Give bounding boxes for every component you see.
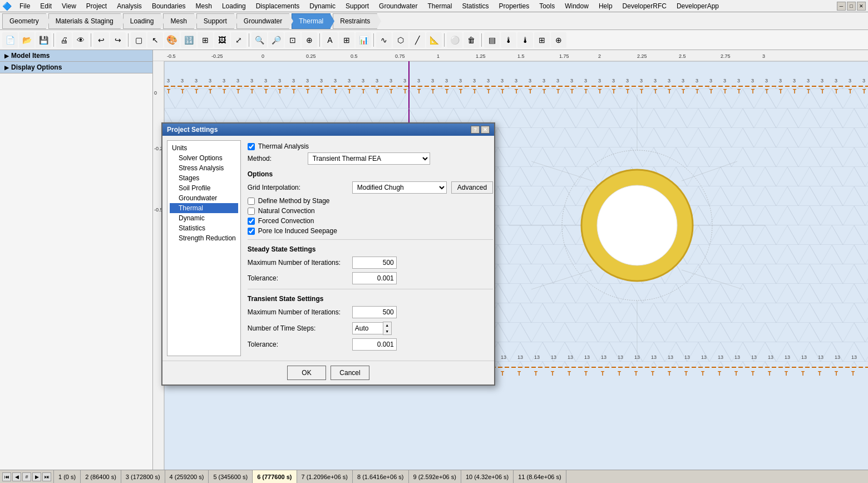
- calculator-button[interactable]: 🔢: [181, 32, 196, 48]
- zoom-fit-button[interactable]: ⊡: [285, 32, 300, 48]
- stage-tab-10[interactable]: 10 (4.32e+06 s): [461, 470, 514, 483]
- breadcrumb-thermal[interactable]: Thermal: [292, 13, 331, 29]
- breadcrumb-materials[interactable]: Materials & Staging: [48, 13, 121, 29]
- breadcrumb-support[interactable]: Support: [196, 13, 234, 29]
- picture-button[interactable]: 🖼: [214, 32, 230, 48]
- line-button[interactable]: ╱: [410, 32, 425, 48]
- table-button[interactable]: ⊞: [339, 32, 354, 48]
- advanced-button[interactable]: Advanced: [451, 181, 493, 194]
- breadcrumb-restraints[interactable]: Restraints: [333, 13, 377, 29]
- nav-groundwater[interactable]: Groundwater: [170, 193, 238, 203]
- view-button[interactable]: 👁: [73, 32, 88, 48]
- polygon-button[interactable]: ⬡: [393, 32, 408, 48]
- save-button[interactable]: 💾: [36, 32, 51, 48]
- menu-edit[interactable]: Edit: [36, 1, 56, 11]
- fullscreen-button[interactable]: ⤢: [231, 32, 246, 48]
- chart-button[interactable]: 📊: [356, 32, 371, 48]
- spinner-down[interactable]: ▼: [383, 328, 391, 334]
- menu-mesh[interactable]: Mesh: [191, 1, 216, 11]
- method-select[interactable]: Transient Thermal FEA Steady State Therm…: [308, 152, 430, 165]
- stage-tab-3[interactable]: 3 (172800 s): [121, 470, 165, 483]
- nav-next[interactable]: ▶: [32, 472, 41, 481]
- nav-last[interactable]: ⏭: [42, 472, 51, 481]
- menu-developerapp[interactable]: DeveloperApp: [672, 1, 723, 11]
- menu-loading[interactable]: Loading: [218, 1, 250, 11]
- menu-project[interactable]: Project: [82, 1, 111, 11]
- menu-dynamic[interactable]: Dynamic: [305, 1, 340, 11]
- stage-tab-9[interactable]: 9 (2.592e+06 s): [409, 470, 461, 483]
- menu-statistics[interactable]: Statistics: [457, 1, 493, 11]
- grid-interpolation-select[interactable]: Modified Chugh Linear: [352, 181, 447, 194]
- open-button[interactable]: 📂: [19, 32, 34, 48]
- menu-help[interactable]: Help: [594, 1, 617, 11]
- stage-tab-6[interactable]: 6 (777600 s): [253, 470, 297, 483]
- nav-solver-options[interactable]: Solver Options: [170, 153, 238, 163]
- breadcrumb-groundwater[interactable]: Groundwater: [236, 13, 289, 29]
- display-options-expand[interactable]: ▶: [4, 65, 9, 71]
- breadcrumb-geometry[interactable]: Geometry: [2, 13, 46, 29]
- text-button[interactable]: A: [322, 32, 338, 48]
- breadcrumb-mesh[interactable]: Mesh: [163, 13, 194, 29]
- ts-tolerance-input[interactable]: [352, 338, 397, 351]
- thermal-analysis-checkbox[interactable]: [248, 143, 255, 150]
- menu-groundwater[interactable]: Groundwater: [374, 1, 422, 11]
- grid-button[interactable]: ⊞: [534, 32, 550, 48]
- maximize-button[interactable]: □: [847, 2, 856, 11]
- stage-tab-8[interactable]: 8 (1.6416e+06 s): [353, 470, 408, 483]
- nav-hash[interactable]: #: [22, 472, 31, 481]
- select-button[interactable]: ▢: [131, 32, 146, 48]
- calc2-button[interactable]: ⊞: [198, 32, 213, 48]
- zoomin-button[interactable]: 🔍: [251, 32, 267, 48]
- nav-statistics[interactable]: Statistics: [170, 223, 238, 233]
- temperature-button[interactable]: 🌡: [517, 32, 533, 48]
- zoomout-button[interactable]: 🔎: [268, 32, 284, 48]
- stage-tab-1[interactable]: 1 (0 s): [54, 470, 81, 483]
- nav-prev[interactable]: ◀: [12, 472, 21, 481]
- zoom-select-button[interactable]: ⊕: [302, 32, 317, 48]
- nav-soil-profile[interactable]: Soil Profile: [170, 183, 238, 193]
- ts-time-steps-input[interactable]: [352, 322, 383, 334]
- stage-tab-7[interactable]: 7 (1.2096e+06 s): [297, 470, 353, 483]
- close-button[interactable]: ✕: [857, 2, 866, 11]
- spinner-up[interactable]: ▲: [383, 322, 391, 328]
- nav-first[interactable]: ⏮: [2, 472, 11, 481]
- nav-strength-reduction[interactable]: Strength Reduction: [170, 233, 238, 243]
- breadcrumb-loading[interactable]: Loading: [123, 13, 161, 29]
- nav-dynamic[interactable]: Dynamic: [170, 213, 238, 223]
- more-button[interactable]: ⊕: [551, 32, 566, 48]
- ss-max-iter-input[interactable]: [352, 257, 397, 269]
- menu-analysis[interactable]: Analysis: [112, 1, 146, 11]
- stage-tab-4[interactable]: 4 (259200 s): [165, 470, 209, 483]
- stage-tab-11[interactable]: 11 (8.64e+06 s): [514, 470, 566, 483]
- nav-units[interactable]: Units: [170, 143, 238, 153]
- cancel-button[interactable]: Cancel: [331, 366, 369, 380]
- stage-tab-5[interactable]: 5 (345600 s): [209, 470, 253, 483]
- nav-thermal[interactable]: Thermal: [170, 203, 238, 213]
- measure-button[interactable]: 📐: [426, 32, 442, 48]
- color-button[interactable]: 🎨: [164, 32, 180, 48]
- redo-button[interactable]: ↪: [110, 32, 126, 48]
- polyline-button[interactable]: ∿: [376, 32, 392, 48]
- cursor-button[interactable]: ↖: [147, 32, 163, 48]
- menu-properties[interactable]: Properties: [494, 1, 534, 11]
- undo-button[interactable]: ↩: [93, 32, 109, 48]
- layers-button[interactable]: ▤: [484, 32, 500, 48]
- menu-boundaries[interactable]: Boundaries: [147, 1, 190, 11]
- menu-view[interactable]: View: [57, 1, 81, 11]
- menu-support[interactable]: Support: [341, 1, 373, 11]
- menu-developerrfc[interactable]: DeveloperRFC: [618, 1, 671, 11]
- project-settings-dialog[interactable]: Project Settings ? ✕ Units Solver Option…: [161, 122, 495, 386]
- menu-thermal[interactable]: Thermal: [423, 1, 456, 11]
- print-button[interactable]: 🖨: [56, 32, 72, 48]
- stage-tab-2[interactable]: 2 (86400 s): [81, 470, 121, 483]
- menu-displacements[interactable]: Displacements: [251, 1, 304, 11]
- nav-stress-analysis[interactable]: Stress Analysis: [170, 163, 238, 173]
- ok-button[interactable]: OK: [287, 366, 326, 380]
- dialog-help-button[interactable]: ?: [471, 126, 480, 134]
- forced-convection-checkbox[interactable]: [248, 218, 255, 225]
- menu-tools[interactable]: Tools: [535, 1, 559, 11]
- contour-button[interactable]: 🌡: [501, 32, 516, 48]
- pore-ice-checkbox[interactable]: [248, 228, 255, 235]
- minimize-button[interactable]: ─: [837, 2, 846, 11]
- nav-stages[interactable]: Stages: [170, 173, 238, 183]
